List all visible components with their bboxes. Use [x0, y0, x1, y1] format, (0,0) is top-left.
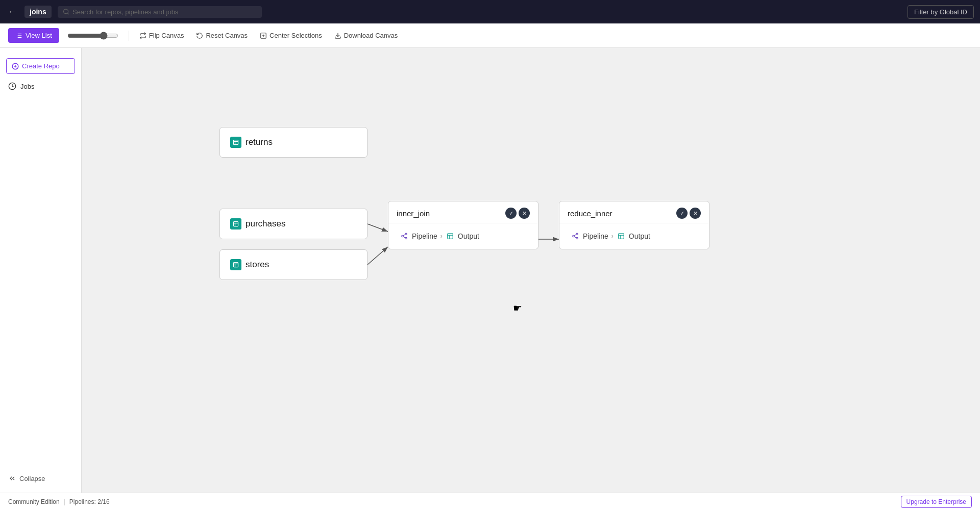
edition-label: Community Edition: [8, 498, 60, 505]
reduce-inner-actions: ✓ ✕: [676, 208, 701, 219]
inner-join-actions: ✓ ✕: [505, 208, 530, 219]
search-input[interactable]: [72, 8, 257, 16]
inner-join-header: inner_join ✓ ✕: [388, 201, 538, 223]
svg-line-32: [403, 237, 405, 238]
svg-line-18: [368, 247, 388, 265]
jobs-icon: [8, 82, 16, 90]
svg-line-17: [368, 224, 388, 232]
reduce-output-label: Output: [629, 232, 650, 240]
reduce-inner-header: reduce_inner ✓ ✕: [559, 201, 709, 223]
inner-join-output-link[interactable]: Output: [443, 230, 482, 243]
sidebar: Create Repo Jobs Collapse: [0, 48, 82, 493]
inner-join-node[interactable]: inner_join ✓ ✕ Pipeline ›: [388, 201, 538, 249]
inner-join-cancel-button[interactable]: ✕: [519, 208, 530, 219]
svg-rect-23: [234, 222, 238, 226]
zoom-slider[interactable]: [67, 32, 118, 40]
collapse-button[interactable]: Collapse: [0, 470, 81, 487]
reduce-pipeline-icon: [571, 232, 580, 241]
flip-icon: [139, 32, 146, 39]
reduce-inner-label: reduce_inner: [568, 209, 612, 218]
svg-rect-34: [448, 234, 453, 239]
sidebar-item-jobs[interactable]: Jobs: [0, 78, 81, 94]
inner-join-pipeline-link[interactable]: Pipeline: [397, 230, 440, 243]
purchases-node[interactable]: purchases: [219, 209, 368, 239]
back-button[interactable]: ←: [6, 5, 18, 18]
download-canvas-button[interactable]: Download Canvas: [330, 29, 402, 42]
reduce-inner-check-button[interactable]: ✓: [676, 208, 688, 219]
svg-rect-26: [234, 263, 238, 267]
main-layout: Create Repo Jobs Collapse: [0, 48, 980, 493]
purchases-node-icon: [230, 218, 241, 230]
topnav: ← joins Filter by Global ID: [0, 0, 980, 23]
reduce-inner-pipeline-link[interactable]: Pipeline: [568, 230, 611, 243]
reset-icon: [196, 32, 203, 39]
svg-rect-42: [619, 234, 624, 239]
returns-node-icon: [230, 137, 241, 148]
upgrade-button[interactable]: Upgrade to Enterprise: [901, 496, 972, 508]
purchases-node-label: purchases: [246, 219, 285, 229]
reduce-inner-node[interactable]: reduce_inner ✓ ✕ Pipeline ›: [559, 201, 709, 249]
returns-node-label: returns: [246, 137, 273, 147]
view-list-button[interactable]: View List: [8, 28, 59, 43]
svg-point-30: [402, 235, 404, 237]
svg-point-29: [405, 233, 407, 235]
svg-line-1: [67, 13, 68, 14]
cursor-indicator: ☛: [513, 302, 525, 314]
reduce-output-icon: [617, 232, 626, 241]
canvas-area[interactable]: returns purchases stores: [82, 48, 980, 493]
svg-point-39: [576, 237, 578, 239]
inner-join-label: inner_join: [397, 209, 430, 218]
svg-point-0: [63, 9, 68, 14]
bottom-divider: |: [64, 498, 65, 505]
svg-line-41: [574, 235, 576, 236]
reduce-inner-body: Pipeline › Output: [559, 223, 709, 249]
center-selections-button[interactable]: Center Selections: [256, 29, 326, 42]
svg-rect-20: [234, 140, 238, 145]
bottom-bar: Community Edition | Pipelines: 2/16 Upgr…: [0, 493, 980, 510]
reduce-pipeline-label: Pipeline: [583, 232, 608, 240]
reduce-inner-output-link[interactable]: Output: [614, 230, 653, 243]
plus-icon: [12, 63, 19, 70]
toolbar-divider-1: [129, 31, 129, 41]
pipeline-icon: [400, 232, 409, 241]
inner-join-body: Pipeline › Output: [388, 223, 538, 249]
stores-node-icon: [230, 259, 241, 270]
search-icon: [63, 8, 69, 15]
list-icon: [15, 32, 22, 39]
pipelines-count: Pipelines: 2/16: [69, 498, 110, 505]
reduce-inner-cancel-button[interactable]: ✕: [690, 208, 701, 219]
inner-join-check-button[interactable]: ✓: [505, 208, 517, 219]
search-bar: [58, 6, 262, 18]
collapse-icon: [8, 474, 16, 482]
filter-by-global-id-button[interactable]: Filter by Global ID: [908, 5, 974, 19]
output-icon: [446, 232, 455, 241]
flip-canvas-button[interactable]: Flip Canvas: [135, 29, 188, 42]
download-icon: [334, 32, 341, 39]
svg-point-38: [573, 235, 575, 237]
toolbar: View List Flip Canvas Reset Canvas Cente…: [0, 23, 980, 48]
svg-point-37: [576, 233, 578, 235]
canvas-arrows: [82, 48, 980, 493]
svg-line-40: [574, 237, 576, 238]
reset-canvas-button[interactable]: Reset Canvas: [192, 29, 252, 42]
pipeline-label: Pipeline: [412, 232, 437, 240]
svg-point-31: [405, 237, 407, 239]
output-label: Output: [458, 232, 479, 240]
stores-node[interactable]: stores: [219, 249, 368, 280]
svg-line-33: [403, 235, 405, 236]
center-icon: [260, 32, 267, 39]
returns-node[interactable]: returns: [219, 127, 368, 158]
nav-title: joins: [24, 6, 52, 18]
stores-node-label: stores: [246, 260, 269, 270]
create-repo-button[interactable]: Create Repo: [6, 58, 75, 74]
